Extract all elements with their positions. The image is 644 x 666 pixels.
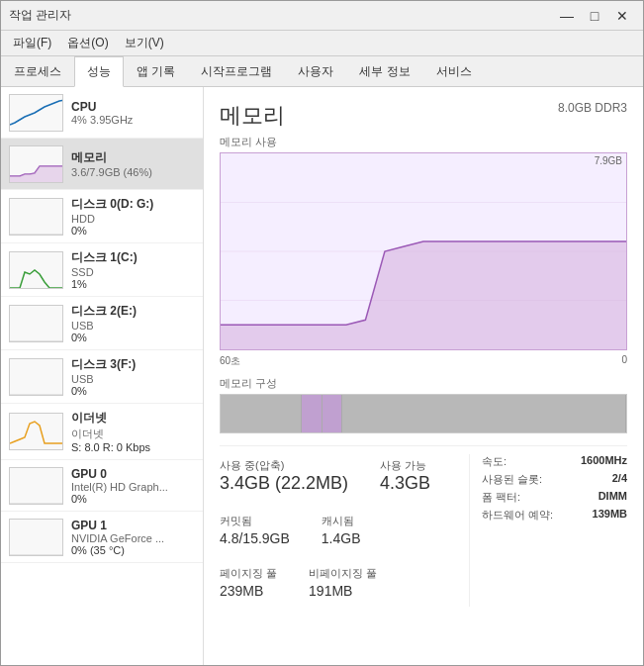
stats-committed: 커밋됨 4.8/15.9GB [220,510,298,554]
memory-value: 3.6/7.9GB (46%) [71,166,195,178]
title-bar: 작업 관리자 — □ ✕ [1,1,643,31]
svg-marker-0 [10,166,63,183]
main-content: CPU 4% 3.95GHz 메모리 3.6/7.9GB (46%) [1,87,643,665]
form-label: 폼 팩터: [482,490,520,505]
chart-axis-left-label: 60초 [220,354,240,368]
hardware-value: 139MB [593,508,627,523]
form-row: 폼 팩터: DIMM [482,490,627,505]
cpu-thumbnail [9,94,63,132]
memory-chart: 7.9GB [220,152,627,350]
disk0-info: 디스크 0(D: G:) HDD 0% [71,196,195,237]
disk2-name: 디스크 2(E:) [71,303,195,320]
sidebar-item-gpu0[interactable]: GPU 0 Intel(R) HD Graph... 0% [1,460,203,512]
stats-available: 사용 가능 4.3GB [380,454,438,502]
paged-label: 페이지징 풀 [220,566,277,581]
disk0-thumbnail [9,198,63,236]
cpu-value: 4% 3.95GHz [71,114,195,126]
memory-slot-2 [302,395,322,432]
disk0-name: 디스크 0(D: G:) [71,196,195,213]
sidebar-item-cpu[interactable]: CPU 4% 3.95GHz [1,87,203,139]
cpu-info: CPU 4% 3.95GHz [71,100,195,126]
detail-panel: 메모리 8.0GB DDR3 메모리 사용 7.9GB [204,87,643,665]
gpu0-sub: Intel(R) HD Graph... [71,481,195,493]
stats-cached: 캐시됨 1.4GB [322,510,369,554]
tab-process[interactable]: 프로세스 [1,56,74,86]
sidebar-item-disk1[interactable]: 디스크 1(C:) SSD 1% [1,243,203,297]
sidebar-item-disk2[interactable]: 디스크 2(E:) USB 0% [1,297,203,350]
detail-subtitle: 8.0GB DDR3 [558,101,627,115]
tab-details[interactable]: 세부 정보 [346,56,422,86]
sidebar-item-memory[interactable]: 메모리 3.6/7.9GB (46%) [1,139,203,190]
chart-section-label: 메모리 사용 [220,135,627,149]
cached-label: 캐시됨 [322,514,361,528]
task-manager-window: 작업 관리자 — □ ✕ 파일(F) 옵션(O) 보기(V) 프로세스 성능 앱… [0,0,644,666]
disk0-value: 0% [71,225,195,237]
sidebar-item-disk0[interactable]: 디스크 0(D: G:) HDD 0% [1,190,203,243]
gpu1-sub: NVIDIA GeForce ... [71,532,195,544]
disk2-info: 디스크 2(E:) USB 0% [71,303,195,343]
memory-config-section: 메모리 구성 [220,376,627,433]
chart-max-label: 7.9GB [595,155,622,166]
cached-value: 1.4GB [322,528,361,546]
window-title: 작업 관리자 [9,7,71,24]
tab-apphistory[interactable]: 앱 기록 [124,56,188,86]
detail-header: 메모리 8.0GB DDR3 [220,101,627,131]
hardware-label: 하드웨어 예약: [482,508,553,523]
tab-users[interactable]: 사용자 [285,56,346,86]
maximize-button[interactable]: □ [582,6,607,26]
ethernet-name: 이더넷 [71,410,195,427]
memory-name: 메모리 [71,149,195,166]
available-label: 사용 가능 [380,458,430,473]
sidebar: CPU 4% 3.95GHz 메모리 3.6/7.9GB (46%) [1,87,204,665]
disk2-value: 0% [71,332,195,343]
gpu1-info: GPU 1 NVIDIA GeForce ... 0% (35 °C) [71,519,195,556]
committed-value: 4.8/15.9GB [220,528,290,546]
stats-row: 사용 중(압축) 3.4GB (22.2MB) 사용 가능 4.3GB 커밋됨 … [220,445,627,607]
ethernet-thumbnail [9,413,63,450]
available-value: 4.3GB [380,473,430,494]
cpu-name: CPU [71,100,195,114]
speed-row: 속도: 1600MHz [482,454,627,469]
window-controls: — □ ✕ [554,6,635,26]
disk3-sub: USB [71,373,195,385]
sidebar-item-ethernet[interactable]: 이더넷 이더넷 S: 8.0 R: 0 Kbps [1,404,203,460]
speed-label: 속도: [482,454,506,469]
detail-title: 메모리 [220,101,285,131]
in-use-label: 사용 중(압축) [220,458,348,473]
sidebar-item-gpu1[interactable]: GPU 1 NVIDIA GeForce ... 0% (35 °C) [1,512,203,563]
tab-startup[interactable]: 시작프로그램 [188,56,285,86]
tab-services[interactable]: 서비스 [423,56,485,86]
tab-performance[interactable]: 성능 [74,56,124,87]
config-label: 메모리 구성 [220,376,627,391]
menu-options[interactable]: 옵션(O) [61,33,114,53]
disk1-name: 디스크 1(C:) [71,249,195,266]
disk3-name: 디스크 3(F:) [71,356,195,373]
stats-paged: 페이지징 풀 239MB [220,562,285,607]
memory-slot-3 [322,395,343,432]
committed-label: 커밋됨 [220,514,290,528]
nonpaged-label: 비페이지징 풀 [309,566,377,581]
stats-right: 속도: 1600MHz 사용된 슬롯: 2/4 폼 팩터: DIMM 하드웨어 … [469,454,627,607]
disk1-thumbnail [9,251,63,289]
minimize-button[interactable]: — [554,6,580,26]
memory-config-bar [220,394,627,433]
memory-type: 8.0GB DDR3 [558,101,627,115]
form-value: DIMM [598,490,627,505]
menu-bar: 파일(F) 옵션(O) 보기(V) [1,31,643,56]
svg-marker-9 [221,241,626,349]
chart-axis-bottom: 60초 0 [220,354,627,368]
gpu0-thumbnail [9,467,63,505]
close-button[interactable]: ✕ [609,6,635,26]
menu-view[interactable]: 보기(V) [119,33,170,53]
disk3-info: 디스크 3(F:) USB 0% [71,356,195,397]
stats-in-use: 사용 중(압축) 3.4GB (22.2MB) [220,454,356,502]
slots-value: 2/4 [612,472,627,487]
memory-thumbnail [9,145,63,183]
slots-label: 사용된 슬롯: [482,472,542,487]
paged-value: 239MB [220,581,277,599]
sidebar-item-disk3[interactable]: 디스크 3(F:) USB 0% [1,350,203,404]
ethernet-sub: 이더넷 [71,427,195,441]
disk1-value: 1% [71,278,195,290]
menu-file[interactable]: 파일(F) [7,33,57,53]
hardware-row: 하드웨어 예약: 139MB [482,508,627,523]
